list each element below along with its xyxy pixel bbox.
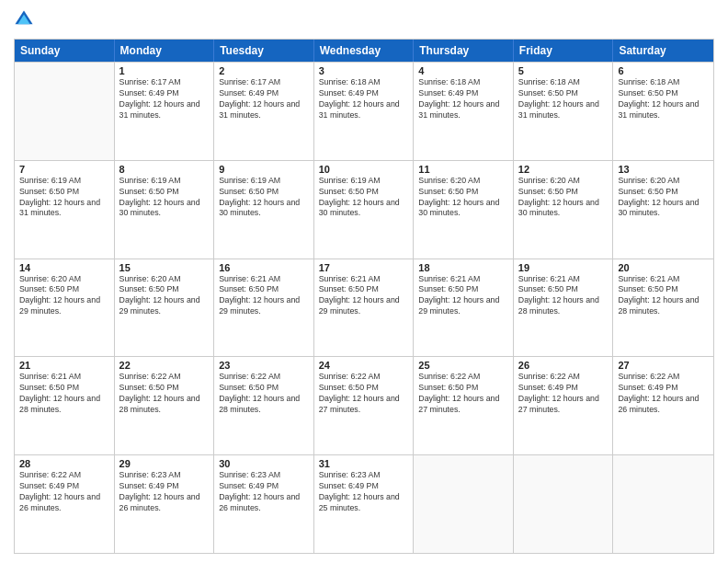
day-number: 25 bbox=[418, 360, 508, 371]
day-number: 2 bbox=[219, 65, 309, 76]
day-info: Sunrise: 6:18 AM Sunset: 6:50 PM Dayligh… bbox=[518, 77, 609, 121]
day-info: Sunrise: 6:22 AM Sunset: 6:50 PM Dayligh… bbox=[319, 372, 409, 416]
day-info: Sunrise: 6:18 AM Sunset: 6:49 PM Dayligh… bbox=[418, 77, 508, 121]
calendar-cell: 15Sunrise: 6:20 AM Sunset: 6:50 PM Dayli… bbox=[115, 259, 215, 357]
calendar-cell: 26Sunrise: 6:22 AM Sunset: 6:49 PM Dayli… bbox=[514, 357, 614, 454]
calendar-cell: 14Sunrise: 6:20 AM Sunset: 6:50 PM Dayli… bbox=[15, 259, 115, 357]
calendar-cell bbox=[414, 455, 514, 553]
calendar-row: 14Sunrise: 6:20 AM Sunset: 6:50 PM Dayli… bbox=[15, 259, 713, 357]
day-number: 29 bbox=[119, 458, 210, 469]
calendar-cell: 21Sunrise: 6:21 AM Sunset: 6:50 PM Dayli… bbox=[15, 357, 115, 454]
weekday-header: Sunday bbox=[15, 40, 115, 62]
calendar-cell: 7Sunrise: 6:19 AM Sunset: 6:50 PM Daylig… bbox=[15, 161, 115, 259]
day-number: 1 bbox=[119, 65, 210, 76]
day-info: Sunrise: 6:20 AM Sunset: 6:50 PM Dayligh… bbox=[19, 274, 109, 318]
calendar-cell: 28Sunrise: 6:22 AM Sunset: 6:49 PM Dayli… bbox=[15, 455, 115, 553]
calendar-cell: 13Sunrise: 6:20 AM Sunset: 6:50 PM Dayli… bbox=[613, 161, 713, 259]
day-info: Sunrise: 6:19 AM Sunset: 6:50 PM Dayligh… bbox=[119, 176, 210, 220]
calendar-cell: 8Sunrise: 6:19 AM Sunset: 6:50 PM Daylig… bbox=[115, 161, 215, 259]
day-number: 10 bbox=[319, 164, 409, 175]
day-number: 21 bbox=[19, 360, 109, 371]
calendar-cell bbox=[514, 455, 614, 553]
day-info: Sunrise: 6:17 AM Sunset: 6:49 PM Dayligh… bbox=[219, 77, 309, 121]
day-info: Sunrise: 6:21 AM Sunset: 6:50 PM Dayligh… bbox=[618, 274, 709, 318]
day-info: Sunrise: 6:23 AM Sunset: 6:49 PM Dayligh… bbox=[319, 470, 409, 514]
day-number: 6 bbox=[618, 65, 709, 76]
day-info: Sunrise: 6:19 AM Sunset: 6:50 PM Dayligh… bbox=[219, 176, 309, 220]
weekday-header: Monday bbox=[115, 40, 215, 62]
day-number: 23 bbox=[219, 360, 309, 371]
day-number: 30 bbox=[219, 458, 309, 469]
calendar-cell: 3Sunrise: 6:18 AM Sunset: 6:49 PM Daylig… bbox=[314, 63, 415, 160]
day-info: Sunrise: 6:21 AM Sunset: 6:50 PM Dayligh… bbox=[418, 274, 508, 318]
day-number: 16 bbox=[219, 262, 309, 273]
weekday-header: Wednesday bbox=[314, 40, 415, 62]
calendar-cell: 4Sunrise: 6:18 AM Sunset: 6:49 PM Daylig… bbox=[414, 63, 514, 160]
calendar-row: 21Sunrise: 6:21 AM Sunset: 6:50 PM Dayli… bbox=[15, 356, 713, 454]
weekday-header: Saturday bbox=[613, 40, 713, 62]
day-number: 17 bbox=[319, 262, 409, 273]
day-number: 13 bbox=[618, 164, 709, 175]
calendar-cell: 19Sunrise: 6:21 AM Sunset: 6:50 PM Dayli… bbox=[514, 259, 614, 357]
calendar-cell: 30Sunrise: 6:23 AM Sunset: 6:49 PM Dayli… bbox=[214, 455, 314, 553]
day-info: Sunrise: 6:23 AM Sunset: 6:49 PM Dayligh… bbox=[219, 470, 309, 514]
day-number: 18 bbox=[418, 262, 508, 273]
day-number: 4 bbox=[418, 65, 508, 76]
calendar-row: 1Sunrise: 6:17 AM Sunset: 6:49 PM Daylig… bbox=[15, 62, 713, 160]
logo bbox=[14, 9, 36, 31]
calendar-cell: 17Sunrise: 6:21 AM Sunset: 6:50 PM Dayli… bbox=[314, 259, 415, 357]
calendar-cell: 18Sunrise: 6:21 AM Sunset: 6:50 PM Dayli… bbox=[414, 259, 514, 357]
calendar-cell: 10Sunrise: 6:19 AM Sunset: 6:50 PM Dayli… bbox=[314, 161, 415, 259]
calendar-cell: 9Sunrise: 6:19 AM Sunset: 6:50 PM Daylig… bbox=[214, 161, 314, 259]
calendar-cell: 27Sunrise: 6:22 AM Sunset: 6:49 PM Dayli… bbox=[613, 357, 713, 454]
day-info: Sunrise: 6:22 AM Sunset: 6:49 PM Dayligh… bbox=[19, 470, 109, 514]
day-info: Sunrise: 6:20 AM Sunset: 6:50 PM Dayligh… bbox=[418, 176, 508, 220]
calendar-row: 7Sunrise: 6:19 AM Sunset: 6:50 PM Daylig… bbox=[15, 160, 713, 259]
weekday-header: Tuesday bbox=[214, 40, 314, 62]
day-number: 14 bbox=[19, 262, 109, 273]
calendar-cell: 6Sunrise: 6:18 AM Sunset: 6:50 PM Daylig… bbox=[613, 63, 713, 160]
calendar-cell: 1Sunrise: 6:17 AM Sunset: 6:49 PM Daylig… bbox=[115, 63, 215, 160]
calendar-body: 1Sunrise: 6:17 AM Sunset: 6:49 PM Daylig… bbox=[15, 62, 713, 553]
day-info: Sunrise: 6:21 AM Sunset: 6:50 PM Dayligh… bbox=[319, 274, 409, 318]
calendar-cell: 5Sunrise: 6:18 AM Sunset: 6:50 PM Daylig… bbox=[514, 63, 614, 160]
day-number: 7 bbox=[19, 164, 109, 175]
calendar-cell: 25Sunrise: 6:22 AM Sunset: 6:50 PM Dayli… bbox=[414, 357, 514, 454]
day-info: Sunrise: 6:17 AM Sunset: 6:49 PM Dayligh… bbox=[119, 77, 210, 121]
calendar-cell: 31Sunrise: 6:23 AM Sunset: 6:49 PM Dayli… bbox=[314, 455, 415, 553]
weekday-header: Friday bbox=[514, 40, 614, 62]
day-info: Sunrise: 6:22 AM Sunset: 6:49 PM Dayligh… bbox=[518, 372, 609, 416]
day-info: Sunrise: 6:18 AM Sunset: 6:50 PM Dayligh… bbox=[618, 77, 709, 121]
day-info: Sunrise: 6:18 AM Sunset: 6:49 PM Dayligh… bbox=[319, 77, 409, 121]
day-info: Sunrise: 6:21 AM Sunset: 6:50 PM Dayligh… bbox=[19, 372, 109, 416]
calendar-cell bbox=[15, 63, 115, 160]
day-number: 24 bbox=[319, 360, 409, 371]
day-info: Sunrise: 6:20 AM Sunset: 6:50 PM Dayligh… bbox=[518, 176, 609, 220]
day-info: Sunrise: 6:19 AM Sunset: 6:50 PM Dayligh… bbox=[319, 176, 409, 220]
day-number: 12 bbox=[518, 164, 609, 175]
day-info: Sunrise: 6:20 AM Sunset: 6:50 PM Dayligh… bbox=[618, 176, 709, 220]
calendar-cell: 16Sunrise: 6:21 AM Sunset: 6:50 PM Dayli… bbox=[214, 259, 314, 357]
day-number: 5 bbox=[518, 65, 609, 76]
calendar-cell: 11Sunrise: 6:20 AM Sunset: 6:50 PM Dayli… bbox=[414, 161, 514, 259]
calendar-cell: 20Sunrise: 6:21 AM Sunset: 6:50 PM Dayli… bbox=[613, 259, 713, 357]
day-number: 3 bbox=[319, 65, 409, 76]
day-number: 27 bbox=[618, 360, 709, 371]
day-number: 19 bbox=[518, 262, 609, 273]
day-number: 8 bbox=[119, 164, 210, 175]
day-info: Sunrise: 6:22 AM Sunset: 6:50 PM Dayligh… bbox=[418, 372, 508, 416]
page: SundayMondayTuesdayWednesdayThursdayFrid… bbox=[0, 0, 728, 563]
calendar-cell: 29Sunrise: 6:23 AM Sunset: 6:49 PM Dayli… bbox=[115, 455, 215, 553]
day-number: 22 bbox=[119, 360, 210, 371]
weekday-header: Thursday bbox=[414, 40, 514, 62]
day-info: Sunrise: 6:22 AM Sunset: 6:50 PM Dayligh… bbox=[119, 372, 210, 416]
day-number: 31 bbox=[319, 458, 409, 469]
calendar-cell: 2Sunrise: 6:17 AM Sunset: 6:49 PM Daylig… bbox=[214, 63, 314, 160]
day-number: 28 bbox=[19, 458, 109, 469]
day-number: 20 bbox=[618, 262, 709, 273]
day-info: Sunrise: 6:23 AM Sunset: 6:49 PM Dayligh… bbox=[119, 470, 210, 514]
day-number: 9 bbox=[219, 164, 309, 175]
logo-icon bbox=[14, 9, 34, 29]
calendar-cell: 23Sunrise: 6:22 AM Sunset: 6:50 PM Dayli… bbox=[214, 357, 314, 454]
day-info: Sunrise: 6:22 AM Sunset: 6:49 PM Dayligh… bbox=[618, 372, 709, 416]
